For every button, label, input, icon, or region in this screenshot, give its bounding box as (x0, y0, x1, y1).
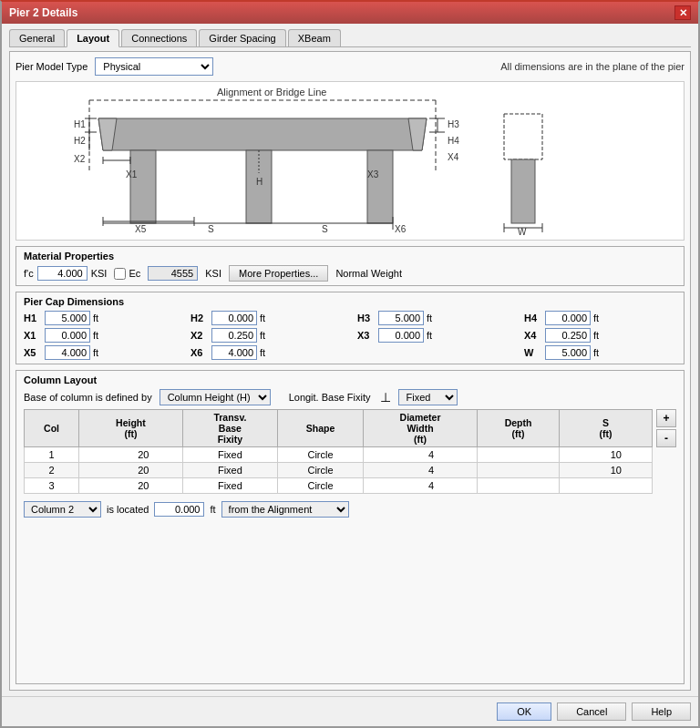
x5-input[interactable] (45, 345, 90, 360)
s-3 (559, 478, 652, 494)
width-1[interactable] (363, 447, 477, 463)
column-layout-section: Column Layout Base of column is defined … (15, 370, 685, 684)
h3-input[interactable] (378, 311, 424, 325)
h3-group: H3 ft (357, 311, 510, 325)
shape-2: Circle (278, 463, 364, 478)
svg-text:H: H (256, 177, 262, 187)
x4-label: X4 (524, 330, 542, 341)
window-title: Pier 2 Details (9, 6, 77, 19)
svg-text:X4: X4 (448, 152, 459, 162)
remove-column-button[interactable]: - (656, 429, 676, 447)
s-1[interactable] (559, 447, 652, 463)
x6-label: X6 (190, 347, 209, 358)
fixity-dropdown[interactable]: Fixed Pinned (398, 389, 458, 405)
height-3[interactable] (79, 478, 183, 494)
transv-fixity-header: Transv.BaseFixity (182, 410, 277, 447)
main-window: Pier 2 Details ✕ General Layout Connecti… (0, 0, 700, 728)
x4-input[interactable] (545, 328, 591, 343)
height-1[interactable] (79, 447, 183, 463)
material-props-row: f'c KSI Ec KSI More Properties... Normal… (24, 265, 676, 282)
column-select[interactable]: Column 2 Column 1 Column 3 (24, 501, 101, 518)
w-label: W (524, 347, 542, 358)
h2-input[interactable] (211, 311, 257, 325)
h4-input[interactable] (545, 311, 591, 325)
pier-model-dropdown[interactable]: Physical Idealized (95, 57, 213, 76)
table-row: 2 Fixed Circle (25, 463, 653, 478)
col-location-row: Column 2 Column 1 Column 3 is located ft… (24, 501, 676, 518)
svg-text:S: S (208, 224, 214, 234)
depth-3 (478, 478, 560, 494)
svg-rect-9 (367, 150, 393, 223)
tab-xbeam[interactable]: XBeam (288, 29, 341, 46)
fc-input[interactable] (37, 266, 88, 281)
x1-input[interactable] (45, 328, 90, 343)
w-group: W ft (524, 345, 676, 360)
base-column-dropdown[interactable]: Column Height (H) Bottom Elevation (160, 389, 271, 405)
bottom-button-bar: OK Cancel Help (2, 696, 698, 726)
tab-bar: General Layout Connections Girder Spacin… (9, 29, 691, 47)
ec-checkbox-label[interactable]: Ec (114, 268, 140, 280)
tab-girder-spacing[interactable]: Girder Spacing (199, 29, 285, 46)
fc-unit: KSI (91, 268, 108, 279)
cancel-button[interactable]: Cancel (557, 702, 626, 721)
svg-text:X3: X3 (367, 169, 379, 179)
svg-rect-38 (511, 159, 535, 223)
x5-label: X5 (24, 347, 42, 358)
ok-button[interactable]: OK (497, 702, 551, 721)
w-input[interactable] (545, 345, 591, 360)
distance-input[interactable] (154, 502, 204, 517)
svg-text:W: W (518, 227, 527, 237)
x3-input[interactable] (378, 328, 424, 343)
h1-input[interactable] (45, 311, 90, 325)
svg-text:Alignment or Bridge Line: Alignment or Bridge Line (217, 87, 326, 97)
height-2[interactable] (79, 463, 183, 478)
ec-checkbox[interactable] (114, 268, 126, 280)
s-2[interactable] (559, 463, 652, 478)
x3-group: X3 ft (357, 328, 510, 343)
tab-connections[interactable]: Connections (121, 29, 197, 46)
h2-label: H2 (190, 313, 209, 323)
col-header: Col (25, 410, 79, 447)
x6-input[interactable] (211, 345, 257, 360)
h1-group: H1 ft (24, 311, 176, 325)
weight-label: Normal Weight (335, 268, 402, 279)
svg-rect-7 (130, 150, 156, 223)
h3-label: H3 (357, 313, 376, 323)
x3-label: X3 (357, 330, 376, 341)
dim-note: All dimensions are in the plane of the p… (500, 61, 685, 72)
x2-group: X2 ft (190, 328, 343, 343)
fc-label: f'c (24, 268, 34, 279)
distance-unit-label: ft (210, 504, 215, 515)
shape-3: Circle (278, 478, 364, 494)
diameter-width-header: DiameterWidth(ft) (363, 410, 477, 447)
svg-text:H1: H1 (74, 119, 86, 129)
ec-input[interactable] (148, 266, 198, 281)
width-3[interactable] (363, 478, 477, 494)
depth-header: Depth(ft) (478, 410, 560, 447)
add-column-button[interactable]: + (656, 409, 676, 427)
width-2[interactable] (363, 463, 477, 478)
base-col-label: Base of column is defined by (24, 392, 152, 403)
more-properties-button[interactable]: More Properties... (229, 265, 328, 282)
fixity-1: Fixed (182, 447, 277, 463)
pier-cap-section: Pier Cap Dimensions H1 ft H2 ft H3 (15, 292, 685, 364)
close-button[interactable]: ✕ (674, 5, 691, 20)
table-buttons: + - (656, 409, 676, 447)
svg-text:H2: H2 (74, 136, 86, 146)
material-properties-section: Material Properties f'c KSI Ec KSI More … (15, 246, 685, 286)
col-3: 3 (25, 478, 79, 494)
svg-marker-4 (98, 118, 427, 150)
location-from-dropdown[interactable]: from the Alignment from Left End (221, 501, 349, 518)
x5-group: X5 ft (24, 345, 176, 360)
column-table: Col Height(ft) Transv.BaseFixity Shape D… (24, 409, 653, 494)
tab-layout[interactable]: Layout (67, 29, 119, 47)
tab-general[interactable]: General (9, 29, 65, 46)
x2-input[interactable] (211, 328, 257, 343)
svg-text:X6: X6 (395, 224, 407, 234)
fixity-3: Fixed (182, 478, 277, 494)
help-button[interactable]: Help (632, 702, 691, 721)
svg-text:X5: X5 (135, 224, 147, 234)
x4-group: X4 ft (524, 328, 676, 343)
h4-label: H4 (524, 313, 542, 323)
column-table-wrapper: Col Height(ft) Transv.BaseFixity Shape D… (24, 409, 676, 494)
